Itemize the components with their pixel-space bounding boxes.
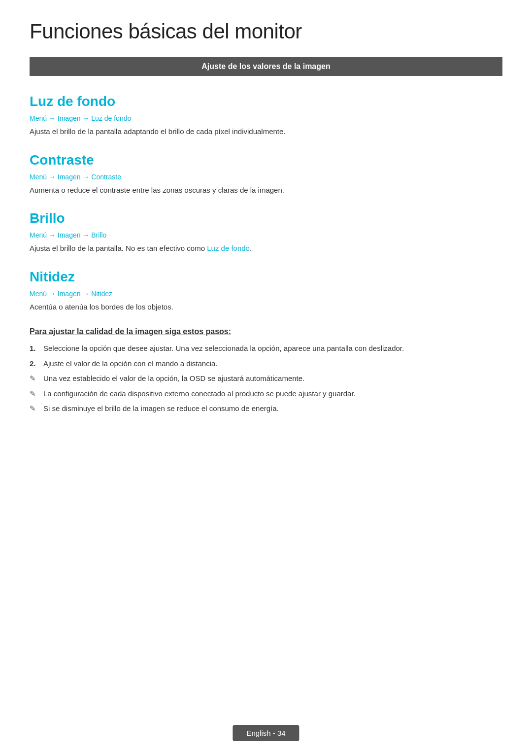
breadcrumb-luz-de-fondo: Menú → Imagen → Luz de fondo [30,114,502,122]
section-luz-de-fondo: Luz de fondo Menú → Imagen → Luz de fond… [30,94,502,137]
breadcrumb-contraste: Menú → Imagen → Contraste [30,173,502,181]
page-title: Funciones básicas del monitor [30,20,502,43]
section-brillo: Brillo Menú → Imagen → Brillo Ajusta el … [30,210,502,254]
description-nitidez: Acentúa o atenúa los bordes de los objet… [30,302,502,313]
steps-section: Para ajustar la calidad de la imagen sig… [30,327,502,414]
description-contraste: Aumenta o reduce el contraste entre las … [30,185,502,196]
section-nitidez: Nitidez Menú → Imagen → Nitidez Acentúa … [30,269,502,313]
section-banner: Ajuste de los valores de la imagen [30,57,502,76]
description-luz-de-fondo: Ajusta el brillo de la pantalla adaptand… [30,126,502,137]
step-2: Ajuste el valor de la opción con el mand… [30,358,502,370]
note-1: Una vez establecido el valor de la opció… [30,373,502,384]
description-brillo: Ajusta el brillo de la pantalla. No es t… [30,243,502,254]
heading-contraste: Contraste [30,152,502,168]
description-brillo-part1: Ajusta el brillo de la pantalla. No es t… [30,244,207,252]
steps-heading: Para ajustar la calidad de la imagen sig… [30,327,502,336]
breadcrumb-brillo: Menú → Imagen → Brillo [30,231,502,239]
page-footer: English - 34 [233,725,299,741]
description-brillo-part3: . [250,244,252,252]
heading-luz-de-fondo: Luz de fondo [30,94,502,109]
steps-list: Seleccione la opción que desee ajustar. … [30,343,502,414]
heading-brillo: Brillo [30,210,502,226]
heading-nitidez: Nitidez [30,269,502,285]
section-contraste: Contraste Menú → Imagen → Contraste Aume… [30,152,502,196]
note-3: Si se disminuye el brillo de la imagen s… [30,403,502,414]
link-luz-de-fondo[interactable]: Luz de fondo [207,244,250,252]
breadcrumb-nitidez: Menú → Imagen → Nitidez [30,290,502,298]
step-1: Seleccione la opción que desee ajustar. … [30,343,502,354]
note-2: La configuración de cada dispositivo ext… [30,388,502,400]
